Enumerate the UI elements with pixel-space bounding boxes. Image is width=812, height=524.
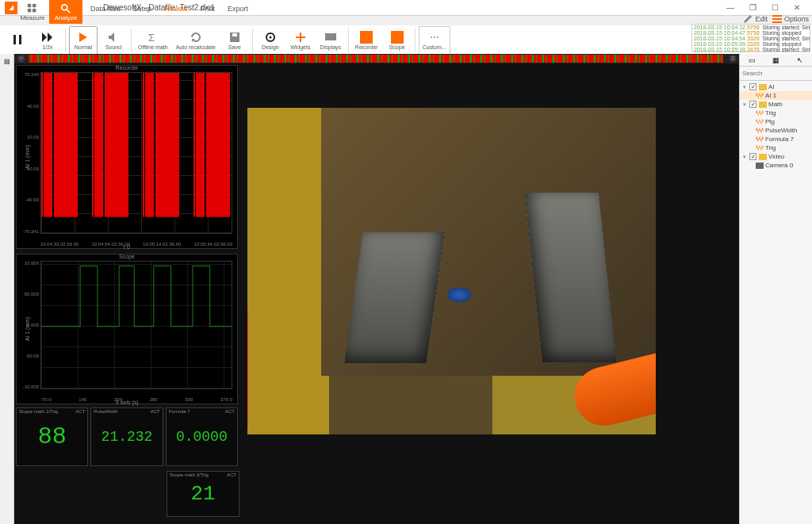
- svg-rect-8: [772, 21, 782, 23]
- main-view: ⟳ d1.0 s/d ☰ Recorder AI 1 (mm) 70.240 4…: [14, 54, 739, 524]
- overview-left-handle[interactable]: ⟳: [17, 55, 25, 63]
- fast-forward-icon: [41, 31, 54, 44]
- svg-rect-6: [772, 15, 782, 17]
- svg-text:Σ: Σ: [148, 32, 155, 44]
- replay-mode-button[interactable]: Normal: [69, 26, 98, 55]
- scope-button[interactable]: Scope: [383, 26, 412, 55]
- subtab-review[interactable]: Review: [159, 3, 193, 14]
- overview-right-handle[interactable]: ☰: [729, 55, 737, 63]
- digital-3[interactable]: Formula 7 ACT 0.0000: [166, 407, 238, 466]
- pencil-icon: [743, 14, 753, 24]
- subtab-data-files[interactable]: Data files: [86, 3, 125, 14]
- svg-rect-10: [19, 35, 21, 44]
- digital-2-value: 21.232: [102, 429, 153, 445]
- tab-analyze-label: Analyze: [55, 14, 77, 21]
- digital-4[interactable]: Scope math 2/Trig ACT 21: [167, 471, 239, 517]
- fast-button[interactable]: 1/2x: [33, 26, 62, 55]
- subtab-export[interactable]: Export: [223, 3, 253, 14]
- scope-icon: [391, 31, 404, 44]
- save-icon: [228, 31, 241, 44]
- search-icon: [60, 3, 71, 14]
- channel-search[interactable]: 🔍: [740, 67, 812, 81]
- channel-tab-cursor[interactable]: ↖: [788, 54, 812, 66]
- tab-measure-label: Measure: [20, 14, 44, 21]
- scope-title: Scope: [119, 254, 135, 259]
- refresh-icon: [190, 31, 202, 44]
- digital-1[interactable]: Scope math 1/Trig ACT 88: [16, 407, 88, 466]
- svg-rect-2: [28, 9, 31, 12]
- design-button[interactable]: Design: [256, 26, 285, 55]
- tree-pulsewidth[interactable]: PulseWidth: [740, 126, 812, 135]
- tree-ai1[interactable]: AI 1: [740, 91, 812, 100]
- svg-rect-17: [296, 36, 305, 38]
- recorder-xlabel: t 0: [124, 244, 130, 250]
- window-restore[interactable]: ❐: [742, 2, 763, 14]
- offline-math-button[interactable]: ΣOffline math: [135, 26, 171, 55]
- svg-line-5: [67, 9, 70, 12]
- window-close[interactable]: ✕: [787, 2, 807, 14]
- tree-trig[interactable]: Trig: [740, 109, 812, 117]
- replay-mode-label: Normal: [75, 44, 93, 50]
- pause-icon: [11, 33, 24, 46]
- plus-icon: [294, 31, 307, 44]
- recorder-panel[interactable]: Recorder AI 1 (mm) 70.240 40.00 10.00 -1…: [16, 65, 238, 249]
- sound-button[interactable]: Sound: [99, 26, 128, 55]
- dots-icon: [428, 31, 441, 44]
- options-button[interactable]: Options: [772, 14, 809, 24]
- recorder-xaxis: 10:04:33.02.56.00 10:04:54.02.56.00 10:0…: [40, 242, 232, 247]
- scope-plot[interactable]: [40, 261, 232, 389]
- tab-analyze[interactable]: Analyze: [49, 0, 82, 24]
- channel-tab-list[interactable]: ▭: [740, 54, 764, 66]
- recorder-yaxis: 70.240 40.00 10.00 -10.00 -40.00 -70.241: [20, 72, 39, 234]
- tree-camera0[interactable]: Camera 0: [740, 161, 812, 170]
- overview-strip[interactable]: ⟳ d1.0 s/d ☰: [14, 54, 739, 63]
- recorder-plot[interactable]: [40, 72, 232, 234]
- recorder-button[interactable]: Recorder: [352, 26, 381, 55]
- digital-2[interactable]: PulseWidth ACT 21.232: [90, 407, 163, 466]
- save-button[interactable]: Save: [220, 26, 249, 55]
- grid-icon: [27, 3, 38, 14]
- video-frame: [247, 108, 656, 434]
- custom-button[interactable]: Custom...: [419, 26, 450, 55]
- svg-rect-9: [13, 35, 16, 44]
- scope-panel[interactable]: Scope AI 1 (mm) 10.000 50.000 0.000 -50.…: [16, 254, 238, 404]
- left-rail: ▤: [0, 54, 14, 524]
- video-panel[interactable]: [247, 108, 656, 434]
- rail-collapse[interactable]: ▤: [1, 55, 13, 67]
- svg-point-4: [62, 4, 67, 10]
- scope-yaxis: 10.000 50.000 0.000 -50.00 -10.000: [20, 261, 39, 389]
- svg-rect-7: [772, 18, 782, 20]
- tree-formula7[interactable]: Formula 7: [740, 135, 812, 143]
- tree-ptg[interactable]: Ptg: [740, 117, 812, 126]
- svg-rect-13: [232, 33, 237, 36]
- recorder-title: Recorder: [116, 65, 139, 71]
- digital-4-value: 21: [190, 482, 215, 506]
- edit-button[interactable]: Edit: [743, 14, 768, 24]
- scope-xlabel: X axis (s): [115, 400, 138, 405]
- displays-button[interactable]: Displays: [316, 26, 345, 55]
- speaker-icon: [107, 31, 120, 44]
- tab-measure[interactable]: Measure: [16, 0, 49, 24]
- pause-button[interactable]: [3, 26, 32, 55]
- tree-trig2[interactable]: Trig: [740, 143, 812, 152]
- channel-panel: ▭ ▦ ↖ 🔍 ▾AI AI 1 ▾Math Trig Ptg PulseWid…: [739, 54, 812, 524]
- event-log[interactable]: 2018-03-15 10:04:32.5750Storing started;…: [691, 24, 810, 52]
- window-maximize[interactable]: ☐: [764, 2, 785, 14]
- channel-tree[interactable]: ▾AI AI 1 ▾Math Trig Ptg PulseWidth Formu…: [740, 81, 812, 171]
- search-input[interactable]: [742, 70, 812, 77]
- svg-rect-0: [28, 3, 31, 6]
- channel-tab-grid[interactable]: ▦: [764, 54, 787, 66]
- overview-data: [29, 55, 723, 63]
- subtab-print[interactable]: Print: [196, 3, 220, 14]
- svg-rect-1: [33, 3, 36, 6]
- window-minimize[interactable]: —: [720, 2, 741, 14]
- subtab-setup[interactable]: Setup: [128, 3, 157, 14]
- replay-icon: [77, 31, 90, 44]
- svg-point-15: [269, 36, 271, 38]
- widgets-button[interactable]: Widgets: [286, 26, 315, 55]
- digital-1-value: 88: [38, 423, 67, 450]
- scope-trace: [41, 262, 232, 331]
- auto-recalc-button[interactable]: Auto recalculate: [173, 26, 219, 55]
- digital-3-value: 0.0000: [176, 429, 228, 445]
- svg-rect-3: [33, 9, 36, 12]
